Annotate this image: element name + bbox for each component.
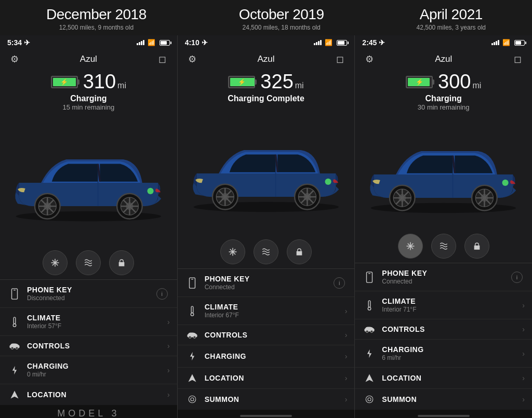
defrost-button[interactable] [431, 234, 456, 259]
controls-icon [185, 331, 200, 339]
charging-chevron-icon: › [167, 366, 170, 374]
svg-point-86 [366, 396, 374, 403]
header: December 2018 12,500 miles, 9 months old… [0, 0, 532, 35]
range-display: 325 mi [260, 71, 303, 93]
location-icon [7, 390, 22, 399]
phone-key-info-button[interactable]: i [334, 277, 345, 289]
status-time: 2:45 ✈ [362, 38, 385, 47]
climate-subtitle: Interior 71°F [382, 306, 522, 313]
summon-title: SUMMON [205, 395, 345, 403]
charging-status: Charging 30 min remaining [355, 93, 532, 113]
top-controls: ⚙ Azul ◻ [0, 49, 177, 70]
settings-icon[interactable]: ⚙ [185, 52, 200, 66]
panel-3: 2:45 ✈ 📶 ⚙ Azul ◻ [355, 35, 532, 418]
location-content: LOCATION [27, 390, 167, 399]
menu-item-location[interactable]: LOCATION › [178, 368, 355, 389]
menu-list: PHONE KEY Connected i CLIMATE Interior 7… [355, 263, 532, 410]
menu-item-charging[interactable]: CHARGING › [178, 345, 355, 368]
svg-point-53 [191, 313, 194, 316]
lock-button[interactable] [287, 239, 312, 264]
range-number: 325 [260, 71, 293, 93]
phone-key-icon [362, 272, 377, 283]
fan-button[interactable] [220, 239, 245, 264]
wifi-icon: 📶 [325, 39, 332, 46]
signal-bars-icon [137, 40, 144, 45]
menu-item-climate[interactable]: CLIMATE Interior 57°F › [0, 308, 177, 336]
location-chevron-icon: › [345, 374, 348, 382]
svg-point-25 [13, 323, 16, 327]
controls-title: CONTROLS [382, 325, 522, 333]
menu-item-phone-key[interactable]: PHONE KEY Connected i [355, 263, 532, 291]
menu-item-climate[interactable]: CLIMATE Interior 67°F › [178, 297, 355, 325]
settings-icon[interactable]: ⚙ [362, 52, 377, 66]
summon-icon [185, 395, 200, 404]
phone-key-icon [7, 288, 22, 300]
climate-chevron-icon: › [345, 307, 348, 315]
settings-icon[interactable]: ⚙ [7, 52, 22, 66]
menu-item-charging[interactable]: CHARGING 6 mi/hr › [355, 340, 532, 368]
menu-item-climate[interactable]: CLIMATE Interior 71°F › [355, 291, 532, 319]
header-subtitle-3: 42,500 miles, 3 years old [417, 24, 486, 31]
battery-status-icon [159, 40, 170, 46]
menu-item-phone-key[interactable]: PHONE KEY Connected i [178, 269, 355, 297]
model-icon[interactable]: ◻ [510, 52, 525, 66]
car-area [178, 105, 355, 235]
menu-item-summon[interactable]: SUMMON › [178, 389, 355, 410]
menu-item-controls[interactable]: CONTROLS › [178, 325, 355, 345]
climate-chevron-icon: › [167, 318, 170, 326]
phone-key-info-button[interactable]: i [511, 272, 523, 283]
status-bar: 5:34 ✈ 📶 [0, 35, 177, 49]
model-icon[interactable]: ◻ [332, 52, 347, 66]
charging-status-text: Charging Complete [178, 94, 355, 103]
header-subtitle-1: 12,500 miles, 9 months old [46, 24, 147, 31]
menu-item-phone-key[interactable]: PHONE KEY Disconnected i [0, 280, 177, 308]
home-indicator-bar [355, 410, 532, 418]
svg-point-26 [11, 347, 13, 349]
charging-sub-text: 15 min remaining [0, 103, 177, 111]
controls-content: CONTROLS [27, 342, 167, 350]
menu-item-location[interactable]: LOCATION › [355, 368, 532, 389]
signal-bars-icon [491, 40, 499, 45]
range-number: 300 [438, 71, 471, 93]
header-item-1: December 2018 12,500 miles, 9 months old [46, 6, 147, 31]
status-icons: 📶 [137, 39, 170, 46]
summon-content: SUMMON [205, 395, 345, 403]
lock-button[interactable] [109, 250, 134, 275]
phone-key-content: PHONE KEY Connected [205, 275, 334, 291]
phone-key-content: PHONE KEY Disconnected [27, 286, 156, 302]
charging-icon [185, 351, 200, 361]
climate-content: CLIMATE Interior 71°F [382, 297, 522, 313]
phone-key-info-button[interactable]: i [156, 288, 168, 300]
svg-point-75 [502, 180, 509, 186]
menu-item-summon[interactable]: SUMMON › [355, 389, 532, 410]
fan-button[interactable] [43, 250, 68, 275]
charging-status: Charging Complete [178, 93, 355, 105]
defrost-button[interactable] [76, 250, 101, 275]
menu-item-charging[interactable]: CHARGING 0 mi/hr › [0, 356, 177, 384]
menu-item-controls[interactable]: CONTROLS › [0, 336, 177, 356]
home-indicator-bar [178, 410, 355, 418]
fan-button[interactable] [398, 234, 423, 259]
model-icon[interactable]: ◻ [155, 52, 170, 66]
climate-icon [362, 300, 377, 311]
defrost-button[interactable] [254, 239, 278, 264]
charging-title: CHARGING [382, 345, 522, 354]
model-bar: MODEL 3 [0, 405, 177, 418]
controls-chevron-icon: › [167, 342, 170, 350]
top-controls: ⚙ Azul ◻ [355, 49, 532, 70]
charging-chevron-icon: › [345, 352, 348, 360]
location-content: LOCATION [382, 374, 522, 382]
climate-content: CLIMATE Interior 57°F [27, 314, 167, 330]
battery-gauge: ⚡ [51, 76, 78, 88]
svg-rect-82 [369, 300, 371, 307]
range-unit: mi [295, 81, 304, 90]
lock-button[interactable] [464, 234, 489, 259]
controls-content: CONTROLS [382, 325, 522, 333]
battery-section: ⚡ 310 mi [0, 70, 177, 93]
car-image [0, 113, 177, 246]
menu-item-controls[interactable]: CONTROLS › [355, 319, 532, 340]
charging-bolt-icon: ⚡ [60, 78, 68, 86]
controls-icon [7, 342, 22, 350]
menu-item-location[interactable]: LOCATION › [0, 384, 177, 405]
wifi-icon: 📶 [502, 39, 510, 46]
